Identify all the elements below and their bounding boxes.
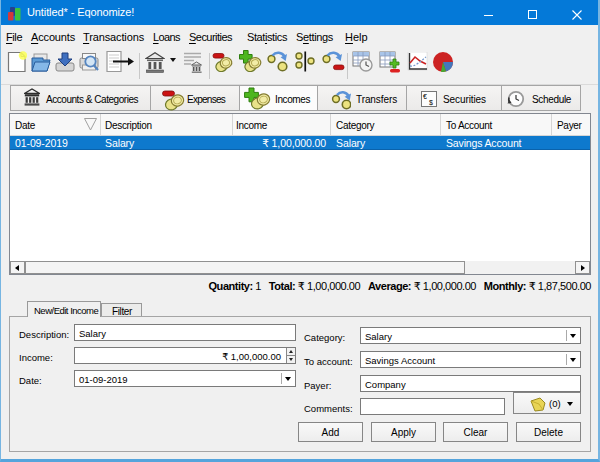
svg-text:$: $ — [429, 99, 433, 106]
svg-text:€: € — [423, 93, 427, 100]
